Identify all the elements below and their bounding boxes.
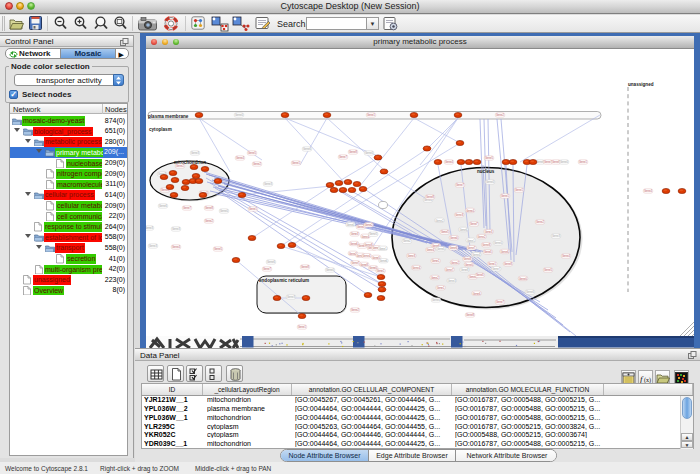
svg-text:cytoplasm: cytoplasm	[149, 127, 172, 132]
svg-text:Gene0: Gene0	[347, 223, 355, 227]
svg-text:Gene0: Gene0	[432, 298, 440, 302]
svg-text:Gene6: Gene6	[473, 292, 481, 296]
svg-text:Gene6: Gene6	[267, 260, 275, 264]
svg-text:Gene5: Gene5	[484, 250, 492, 254]
svg-text:Gene2: Gene2	[365, 223, 373, 227]
svg-text:Gene7: Gene7	[446, 268, 454, 272]
svg-text:Gene2: Gene2	[451, 261, 459, 265]
svg-text:Gene5: Gene5	[544, 268, 552, 272]
svg-text:Gene4: Gene4	[172, 245, 180, 249]
svg-text:Gene3: Gene3	[264, 182, 272, 186]
svg-text:Gene5: Gene5	[476, 273, 484, 277]
svg-text:Gene2: Gene2	[403, 239, 411, 243]
svg-text:Gene5: Gene5	[441, 230, 449, 234]
svg-text:Gene2: Gene2	[496, 113, 504, 117]
svg-text:Gene6: Gene6	[459, 228, 467, 232]
svg-text:Gene1: Gene1	[367, 113, 375, 117]
svg-text:Gene4: Gene4	[472, 253, 480, 257]
svg-text:Gene8: Gene8	[301, 265, 309, 269]
svg-text:Gene3: Gene3	[191, 151, 199, 155]
svg-text:Gene8: Gene8	[461, 268, 469, 272]
svg-text:Gene7: Gene7	[183, 206, 191, 210]
svg-text:Gene4: Gene4	[412, 266, 420, 270]
svg-text:Gene3: Gene3	[287, 295, 295, 299]
svg-text:Gene0: Gene0	[519, 277, 527, 281]
svg-text:Gene2: Gene2	[436, 219, 444, 223]
svg-text:Gene1: Gene1	[379, 247, 387, 251]
svg-text:nucleus: nucleus	[477, 169, 495, 174]
svg-text:Gene3: Gene3	[407, 254, 415, 258]
svg-text:Gene0: Gene0	[450, 236, 458, 240]
svg-text:Gene7: Gene7	[263, 267, 271, 271]
svg-text:Gene1: Gene1	[432, 259, 440, 263]
svg-text:Gene3: Gene3	[552, 234, 560, 238]
svg-text:Gene8: Gene8	[426, 195, 434, 199]
svg-text:plasma membrane: plasma membrane	[148, 114, 189, 119]
svg-text:Gene8: Gene8	[466, 313, 474, 317]
svg-text:Gene6: Gene6	[159, 204, 167, 208]
svg-text:Gene7: Gene7	[352, 261, 360, 265]
svg-text:Gene8: Gene8	[504, 262, 512, 266]
svg-text:Gene4: Gene4	[466, 209, 474, 213]
svg-text:Gene7: Gene7	[470, 222, 478, 226]
svg-text:Gene0: Gene0	[560, 160, 568, 164]
svg-text:Gene1: Gene1	[377, 269, 385, 273]
svg-text:Gene6: Gene6	[501, 250, 509, 254]
svg-text:Gene1: Gene1	[488, 262, 496, 266]
svg-text:Gene2: Gene2	[431, 276, 439, 280]
svg-text:Gene1: Gene1	[579, 160, 587, 164]
svg-text:Gene2: Gene2	[205, 219, 213, 223]
svg-text:Gene4: Gene4	[363, 254, 371, 258]
svg-text:Gene6: Gene6	[303, 147, 311, 151]
svg-text:Gene1: Gene1	[515, 188, 523, 192]
svg-text:Gene7: Gene7	[492, 267, 500, 271]
svg-text:Gene8: Gene8	[349, 150, 357, 154]
svg-text:Gene8: Gene8	[360, 263, 368, 267]
svg-text:Gene2: Gene2	[351, 308, 359, 312]
svg-text:Gene3: Gene3	[149, 244, 157, 248]
svg-text:Gene0: Gene0	[365, 151, 373, 155]
svg-text:Gene2: Gene2	[536, 220, 544, 224]
svg-text:Gene6: Gene6	[350, 242, 358, 246]
svg-text:Gene3: Gene3	[146, 226, 153, 230]
svg-text:Gene0: Gene0	[220, 209, 228, 213]
svg-text:Gene5: Gene5	[369, 232, 377, 236]
svg-text:Gene8: Gene8	[365, 243, 373, 247]
svg-text:Gene1: Gene1	[437, 286, 445, 290]
svg-text:Gene4: Gene4	[445, 160, 453, 164]
svg-text:Gene2: Gene2	[478, 235, 486, 239]
svg-text:Gene0: Gene0	[235, 113, 243, 117]
svg-text:Gene4: Gene4	[562, 254, 570, 258]
svg-text:Gene0: Gene0	[465, 263, 473, 267]
svg-text:Gene6: Gene6	[449, 246, 457, 250]
svg-text:Gene3: Gene3	[172, 227, 180, 231]
svg-text:endoplasmic reticulum: endoplasmic reticulum	[259, 278, 309, 283]
svg-text:Gene1: Gene1	[501, 194, 509, 198]
svg-text:Gene3: Gene3	[485, 230, 493, 234]
svg-text:Gene8: Gene8	[205, 206, 213, 210]
svg-text:Gene7: Gene7	[339, 155, 347, 159]
svg-text:Gene1: Gene1	[298, 325, 306, 329]
svg-text:Gene7: Gene7	[468, 246, 476, 250]
svg-text:Gene3: Gene3	[351, 232, 359, 236]
svg-text:Gene1: Gene1	[467, 239, 475, 243]
svg-text:Gene1: Gene1	[249, 207, 257, 211]
svg-text:Gene0: Gene0	[486, 180, 494, 184]
svg-text:Gene5: Gene5	[437, 247, 445, 251]
svg-text:Gene4: Gene4	[644, 189, 652, 193]
svg-text:Gene4: Gene4	[426, 248, 434, 252]
svg-text:Gene5: Gene5	[248, 151, 256, 155]
svg-text:unassigned: unassigned	[628, 82, 654, 87]
svg-text:Gene2: Gene2	[253, 162, 261, 166]
svg-text:Gene3: Gene3	[448, 279, 456, 283]
svg-text:Gene6: Gene6	[526, 290, 534, 294]
svg-text:Gene1: Gene1	[292, 161, 300, 165]
svg-text:Gene3: Gene3	[464, 257, 472, 261]
svg-text:Gene5: Gene5	[214, 247, 222, 251]
svg-text:Gene8: Gene8	[482, 243, 490, 247]
svg-text:Gene7: Gene7	[496, 300, 504, 304]
svg-text:Gene7: Gene7	[456, 183, 464, 187]
svg-text:Gene6: Gene6	[380, 259, 388, 263]
svg-text:Gene0: Gene0	[326, 268, 334, 272]
svg-text:Gene3: Gene3	[455, 213, 463, 217]
